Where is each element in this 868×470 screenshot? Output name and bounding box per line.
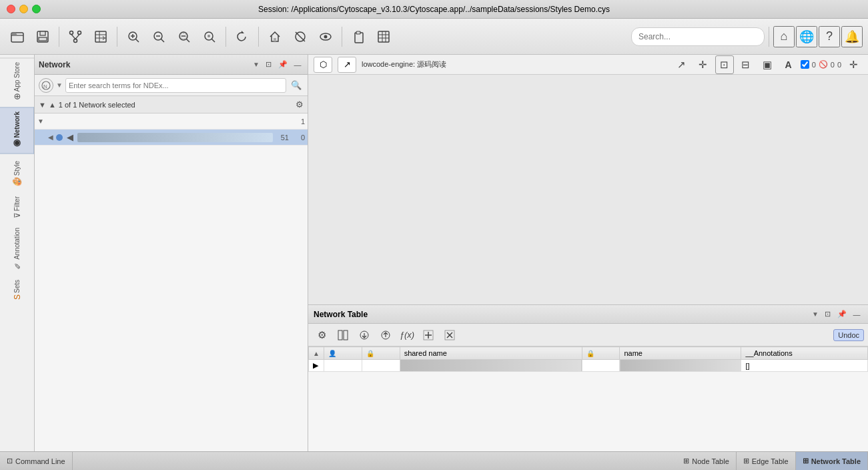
svg-rect-34 [356,31,360,34]
zoom-out-button[interactable] [147,25,171,49]
network-settings-button[interactable]: ⚙ [296,99,304,109]
open-button[interactable] [5,25,29,49]
minimize-button[interactable] [19,5,28,13]
table-panel-close-btn[interactable]: — [851,308,863,320]
network-panel-pin-btn[interactable]: 📌 [277,59,289,71]
window-title: Session: /Applications/Cytoscape_v3.10.3… [258,5,610,14]
select-box-btn[interactable]: ▣ [758,55,777,74]
parent-row-count: 1 [292,118,305,126]
th-annotations[interactable]: __Annotations [741,347,868,360]
th-lock1[interactable]: 🔒 [362,347,400,360]
td-annotations: [] [741,360,868,372]
app-store-tab[interactable]: ⊕ App Store [0,57,34,104]
expand-all-button[interactable]: ▲ [49,101,56,109]
close-button[interactable] [7,5,15,13]
zoom-selected-button[interactable] [197,25,222,49]
undock-button[interactable]: Undoc [833,329,864,341]
export-img-btn[interactable]: ↗ [673,55,691,74]
command-line-status[interactable]: ⊡ Command Line [0,452,73,470]
home-nav-button[interactable] [263,25,287,49]
td-lock [362,360,400,372]
ndex-dropdown-icon[interactable]: ▼ [56,81,63,89]
network-data-table: ▲ 👤 🔒 shared name 🔒 name __Annotations ▶ [308,346,868,372]
collapse-all-button[interactable]: ▼ [39,101,46,109]
select-rect-btn[interactable]: ⊡ [715,55,734,74]
svg-point-6 [74,39,77,42]
expand-icon[interactable]: ▼ [37,118,44,125]
import-network-button[interactable] [63,25,87,49]
th-lock2[interactable]: 🔒 [582,347,620,360]
separator-5 [342,27,342,47]
show-button[interactable] [314,25,338,49]
hide-button[interactable] [288,25,312,49]
zoom-fit-button[interactable] [172,25,196,49]
ndex-icon[interactable]: N [39,78,53,93]
move-btn[interactable]: ✛ [694,55,713,74]
table-panel-title: Network Table [314,310,809,319]
filter-tab-label: Filter [13,196,21,211]
save-button[interactable] [31,25,55,49]
node-table-status[interactable]: ⊞ Node Table [677,452,736,470]
th-selector[interactable]: ▲ [309,347,324,360]
checkbox-toggle[interactable] [801,60,809,69]
help-icon[interactable]: ? [819,26,840,47]
bottom-panel: Network Table ▼ ⊡ 📌 — ⚙ [308,304,868,451]
annotation-sidebar-tab[interactable]: ✎ Annotation [0,224,34,274]
formula-btn[interactable]: ƒ(x) [398,326,416,344]
separator-4 [258,27,259,47]
home-icon-right[interactable]: ⌂ [773,26,795,47]
command-line-icon: ⊡ [7,457,13,465]
svg-rect-2 [40,31,45,35]
network-table-status[interactable]: ⊞ Network Table [796,452,868,470]
globe-icon[interactable]: 🌐 [796,26,817,47]
canvas-area[interactable] [308,75,868,304]
table-panel-float-btn[interactable]: 📌 [836,308,848,320]
table-columns-btn[interactable] [334,326,352,344]
child-expand-icon: ◀ [48,134,53,141]
network-row-parent[interactable]: ▼ 1 [35,113,308,130]
sets-tab-icon: S [13,294,22,300]
svg-rect-43 [344,330,348,340]
edge-table-status[interactable]: ⊞ Edge Table [737,452,796,470]
svg-rect-9 [95,31,106,42]
zoom-in-button[interactable] [121,25,145,49]
sets-sidebar-tab[interactable]: S Sets [0,276,34,304]
network-panel-resize-btn[interactable]: ⊡ [262,59,274,71]
th-shared-name[interactable]: shared name [400,347,582,360]
network-row-child[interactable]: ◀ ◀ 51 0 [35,130,308,146]
filter-sidebar-tab[interactable]: ⊽ Filter [0,192,34,222]
delete-col-btn[interactable] [440,326,459,344]
import-table-button[interactable] [89,25,113,49]
svg-point-26 [207,35,210,37]
deselect-btn[interactable]: ⊟ [737,55,755,74]
svg-rect-35 [378,31,389,42]
edge-table-label: Edge Table [752,457,789,465]
network-search-button[interactable]: 🔍 [289,78,304,93]
table-import-btn[interactable] [355,326,374,344]
edge-table-icon: ⊞ [743,457,749,465]
network-panel-close-btn[interactable]: — [292,59,304,71]
svg-rect-42 [338,330,342,340]
notification-icon[interactable]: 🔔 [841,26,863,47]
style-sidebar-tab[interactable]: 🎨 Style [0,157,34,191]
maximize-button[interactable] [32,5,41,13]
th-name[interactable]: name [620,347,741,360]
table-view-button[interactable] [372,25,396,49]
table-panel-resize-btn[interactable]: ⊡ [821,308,833,320]
annotate-btn[interactable]: A [779,55,798,74]
table-export-btn[interactable] [376,326,395,344]
crosshair-btn[interactable]: ✛ [844,55,863,74]
sets-tab-label: Sets [13,280,21,293]
create-col-btn[interactable] [419,326,438,344]
network-sidebar-tab[interactable]: ◉ Network [0,107,34,154]
traffic-lights [7,5,41,13]
share-button[interactable]: ⬡ [314,57,332,73]
table-settings-btn[interactable]: ⚙ [312,326,331,344]
export-button[interactable]: ↗ [338,57,356,73]
table-row[interactable]: ▶ blurred blurred [] [309,360,868,372]
network-search-input[interactable] [65,78,286,93]
search-input[interactable] [631,27,765,46]
th-user[interactable]: 👤 [324,347,362,360]
refresh-button[interactable] [230,25,254,49]
clipboard-button[interactable] [346,25,370,49]
